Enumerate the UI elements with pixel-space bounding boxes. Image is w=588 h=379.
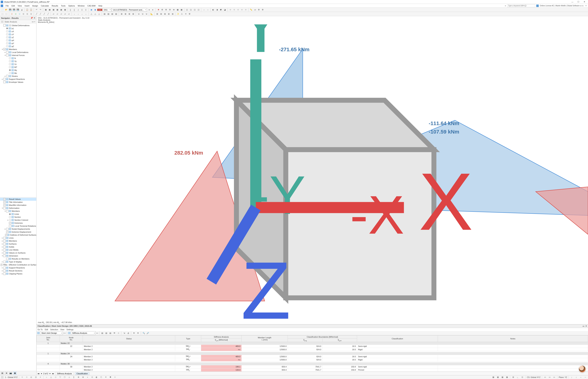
tree-item[interactable]: ▸Values on Surfaces xyxy=(0,252,36,254)
analysis-type-dropdown[interactable]: Stiffness Analysis xyxy=(71,331,96,335)
tree-item[interactable]: Section xyxy=(0,216,36,219)
sb-snap1-icon[interactable]: ⊹ xyxy=(20,376,24,379)
sb-plane3-icon[interactable]: ▭ xyxy=(553,376,556,379)
calc3-icon[interactable]: ∫ xyxy=(76,8,80,12)
menu-calculate[interactable]: Calculate xyxy=(39,4,50,7)
node4-icon[interactable]: ⊙ xyxy=(22,12,25,16)
render-icon[interactable]: ◐ xyxy=(211,8,215,12)
tree-item[interactable]: uZ xyxy=(0,36,36,39)
report-icon[interactable]: 📋 xyxy=(25,8,29,12)
mesh2-icon[interactable]: ⊞ xyxy=(124,12,127,16)
grid-icon[interactable]: ▦ xyxy=(44,8,47,12)
sb-osnap13-icon[interactable]: ⬡ xyxy=(100,376,103,379)
tree-item[interactable]: ▸Clipping Planes xyxy=(0,272,36,275)
tree-item[interactable]: Vy xyxy=(0,60,36,63)
mesh-icon[interactable]: ⊞ xyxy=(120,12,123,16)
menu-help[interactable]: Help xyxy=(97,4,104,7)
tree-item[interactable]: uY xyxy=(0,33,36,36)
load-icon[interactable]: ↓ xyxy=(73,12,76,16)
table-tool4-icon[interactable]: ⊹ xyxy=(117,331,120,335)
table-menu-settings[interactable]: Settings xyxy=(66,329,74,331)
sb-plane2-icon[interactable]: ▭ xyxy=(548,376,551,379)
tree-item[interactable]: Title Information xyxy=(0,201,36,204)
menu-file[interactable]: File xyxy=(4,4,10,7)
col-node[interactable]: NodeNo. xyxy=(60,335,83,342)
tree-item[interactable]: Results on Members xyxy=(0,257,36,260)
wand-icon[interactable]: ✨ xyxy=(176,12,180,16)
prev-icon[interactable]: ◂ xyxy=(147,8,151,12)
sb-snap3-icon[interactable]: ◎ xyxy=(30,376,33,379)
sel2-icon[interactable]: ⬚ xyxy=(5,12,8,16)
node3-icon[interactable]: ⊙ xyxy=(18,12,21,16)
grid3-icon-2[interactable]: ⊞ xyxy=(163,12,166,16)
tree-item[interactable]: ▾Deformation xyxy=(0,207,36,210)
sb-snap4-icon[interactable]: ⊡ xyxy=(34,376,37,379)
col-length[interactable]: Member LengthL [mm] xyxy=(241,335,287,342)
sb-ortho-icon[interactable]: ∟ xyxy=(516,376,519,379)
menu-edit[interactable]: Edit xyxy=(10,4,16,7)
col-status[interactable]: Status xyxy=(83,335,175,342)
table-tool3-icon[interactable]: ▤ xyxy=(108,331,112,335)
cube2-icon[interactable]: ◫ xyxy=(189,8,193,12)
tree-item[interactable]: Envelope Values xyxy=(0,80,36,83)
res2-icon[interactable]: ▤ xyxy=(107,12,110,16)
col-sjrig[interactable]: Sj,rig xyxy=(288,338,322,342)
save-as-icon[interactable]: 💾 xyxy=(12,8,16,12)
surf3-icon[interactable]: ▱ xyxy=(60,12,63,16)
sel-icon[interactable]: ⬚ xyxy=(1,12,4,16)
table-menu-go-to[interactable]: Go To xyxy=(38,329,43,331)
table-export-icon[interactable]: ⇲ xyxy=(122,331,126,335)
ex3-icon[interactable]: ⇲ xyxy=(145,12,148,16)
dim2-icon[interactable]: ↔ xyxy=(206,8,210,12)
report2-icon[interactable]: 📋 xyxy=(29,8,33,12)
menu-options[interactable]: Options xyxy=(67,4,76,7)
sb-axis1-icon[interactable]: ↕ xyxy=(570,376,573,379)
surf4-icon[interactable]: ▱ xyxy=(63,12,67,16)
table-menu-selection[interactable]: Selection xyxy=(50,329,58,331)
sigma2-icon[interactable]: Σ xyxy=(84,8,88,12)
open-icon[interactable]: 📂 xyxy=(5,8,8,12)
tree-item[interactable]: ▸Support Reactions xyxy=(0,266,36,269)
tree-item[interactable]: ▸Strains xyxy=(0,75,36,78)
undo-icon[interactable]: ↶ xyxy=(35,8,38,12)
tree-item[interactable]: φZ xyxy=(0,45,36,48)
table-row[interactable]: Member 2SMy-134.4659.47541.7150.8Pinned xyxy=(37,368,588,371)
line4-icon[interactable]: ╱ xyxy=(46,12,50,16)
close-button[interactable]: ✕ xyxy=(581,0,587,4)
warn-icon[interactable]: ⚠ xyxy=(180,12,184,16)
sb-osnap14-icon[interactable]: ✕ xyxy=(104,376,107,379)
surf-icon[interactable]: ▱ xyxy=(52,12,55,16)
tree-item[interactable]: ▸Nodal Displacements xyxy=(0,228,36,231)
table-row[interactable]: Member 2SMy-+∞12500.0924.018.5Rigid xyxy=(37,348,588,351)
tree-item[interactable]: uX xyxy=(0,30,36,33)
table-close-icon[interactable]: ✕ xyxy=(585,325,587,327)
grid5-icon-2[interactable]: ⊞ xyxy=(171,12,174,16)
nav-tab-views-icon[interactable]: 📷 xyxy=(9,372,12,375)
table-dock-icon[interactable]: ▭ xyxy=(583,325,584,327)
sb-osnap6-icon[interactable]: ⊥ xyxy=(68,376,71,379)
tree-item[interactable]: ▸Support Reactions xyxy=(0,78,36,80)
measure-icon[interactable]: 📏 xyxy=(249,8,253,12)
sb-osnap16-icon[interactable]: ⊹ xyxy=(113,376,116,379)
table2-icon[interactable]: ▦ xyxy=(60,8,63,12)
tree-item[interactable]: N xyxy=(0,57,36,60)
menu-results[interactable]: Results xyxy=(50,4,60,7)
sb-osnap12-icon[interactable]: ◐ xyxy=(95,376,98,379)
sb-osnap15-icon[interactable]: ✱ xyxy=(109,376,112,379)
menu-tools[interactable]: Tools xyxy=(60,4,67,7)
tree-item[interactable]: Global Deformations xyxy=(0,24,36,27)
sb-osnap2-icon[interactable]: △ xyxy=(49,376,53,379)
node-icon[interactable]: ⊙ xyxy=(10,12,14,16)
tree-item[interactable]: Mz xyxy=(0,72,36,75)
table-filter2-icon[interactable]: ▼ xyxy=(136,331,140,335)
eye-icon[interactable]: 👁 xyxy=(172,8,176,12)
pager-next-icon[interactable]: ▸ xyxy=(50,372,51,375)
sb-osnap1-icon[interactable]: ○ xyxy=(45,376,48,379)
table-icon[interactable]: ▦ xyxy=(56,8,59,12)
mesh4-icon[interactable]: ⊞ xyxy=(131,12,135,16)
sb-snap-toggle-icon[interactable]: ⊞ xyxy=(512,376,515,379)
snap5-icon[interactable]: ⊹ xyxy=(244,8,247,12)
design-situation-dropdown[interactable]: DS1 xyxy=(103,8,111,12)
col-joint[interactable]: JointNo. xyxy=(37,335,60,342)
pager-tab-classification[interactable]: Classification xyxy=(75,372,90,375)
